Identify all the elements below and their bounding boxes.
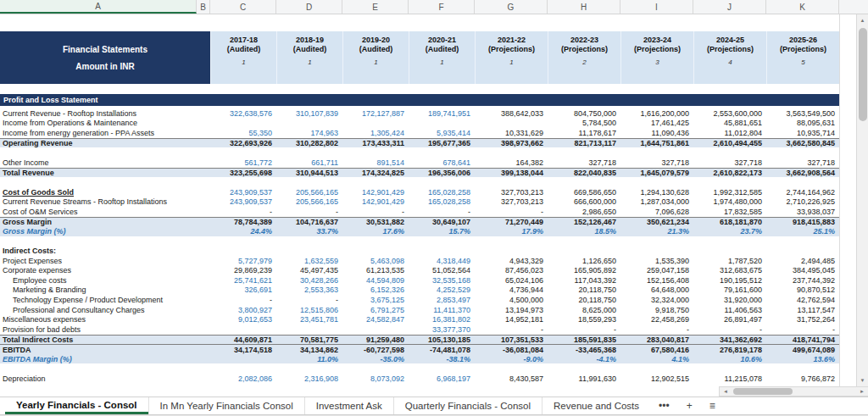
cell[interactable]: 499,674,089 xyxy=(766,346,839,354)
cell[interactable]: 2,316,908 xyxy=(276,374,342,383)
horizontal-scrollbar[interactable]: ◄ ► xyxy=(719,386,868,397)
cell[interactable]: 2,744,164,962 xyxy=(766,188,839,197)
cell[interactable]: 205,566,165 xyxy=(276,197,342,206)
cell[interactable]: 24,582,847 xyxy=(342,315,409,324)
cell[interactable]: 6,152,326 xyxy=(342,286,409,294)
cell[interactable]: 142,901,429 xyxy=(342,197,409,206)
cell[interactable]: 6,791,275 xyxy=(342,306,409,314)
cell[interactable]: 1,294,130,628 xyxy=(620,188,693,197)
row-label-gross-margin[interactable]: Gross Margin xyxy=(0,218,210,226)
cell[interactable]: 88,095,631 xyxy=(766,119,839,127)
vertical-scrollbar[interactable]: ▲ ▼ xyxy=(856,14,868,386)
year-column-header[interactable]: 2020-21 (Audited)1 xyxy=(409,31,475,84)
cell[interactable]: -60,727,598 xyxy=(342,346,409,354)
cell[interactable]: 152,156,408 xyxy=(620,276,693,285)
cell[interactable]: 107,351,533 xyxy=(475,336,548,344)
horizontal-scroll-track[interactable] xyxy=(732,387,856,396)
sheet-tab-quarterly-financials-consol[interactable]: Quarterly Financials - Consol xyxy=(393,397,542,414)
cell[interactable]: 190,195,512 xyxy=(693,276,766,285)
cell[interactable]: 70,581,775 xyxy=(276,336,342,344)
column-header-J[interactable]: J xyxy=(693,0,766,14)
cell[interactable]: 1,616,200,000 xyxy=(620,109,693,118)
cell[interactable]: 3,800,927 xyxy=(210,306,276,314)
cell[interactable]: 20,118,750 xyxy=(548,296,620,304)
cell[interactable]: 327,718 xyxy=(766,158,839,167)
sheet-tab-revenue-and-costs[interactable]: Revenue and Costs xyxy=(542,397,650,414)
cell[interactable]: 310,944,513 xyxy=(276,169,342,177)
cell[interactable]: - xyxy=(766,325,839,334)
cell[interactable]: 2,853,497 xyxy=(409,296,475,304)
cell[interactable]: 13,194,973 xyxy=(475,306,548,314)
row-label-marketing-branding[interactable]: Marketing & Branding xyxy=(0,286,210,294)
row-label-corporate-expenses[interactable]: Corporate expenses xyxy=(0,266,210,275)
column-header-K[interactable]: K xyxy=(766,0,839,14)
cell[interactable]: 5,784,500 xyxy=(548,119,620,127)
cell[interactable]: 15.7% xyxy=(409,227,475,236)
scroll-left-icon[interactable]: ◄ xyxy=(720,387,732,396)
cell[interactable]: 104,716,637 xyxy=(276,218,342,226)
cell[interactable]: 4,252,529 xyxy=(409,286,475,294)
cell[interactable]: 13,117,547 xyxy=(766,306,839,314)
row-label-cost-of-goods-sold[interactable]: Cost of Goods Sold xyxy=(0,188,210,197)
year-column-header[interactable]: 2022-23 (Projections)2 xyxy=(548,31,620,84)
cell[interactable]: - xyxy=(409,208,475,216)
cell[interactable]: - xyxy=(620,325,693,334)
cell[interactable]: 237,744,392 xyxy=(766,276,839,285)
scroll-down-icon[interactable]: ▼ xyxy=(857,374,868,386)
cell[interactable]: 2,986,650 xyxy=(548,208,620,216)
cell[interactable]: 821,713,117 xyxy=(548,139,620,147)
cell[interactable]: 174,324,825 xyxy=(342,169,409,177)
cell[interactable]: 11,991,630 xyxy=(548,374,620,383)
cell[interactable]: 327,703,213 xyxy=(475,197,548,206)
cell[interactable]: 11,178,617 xyxy=(548,129,620,137)
cell[interactable]: 678,641 xyxy=(409,158,475,167)
cell[interactable]: -38.1% xyxy=(409,355,475,363)
cell[interactable]: 30,531,882 xyxy=(342,218,409,226)
cell[interactable]: 165,028,258 xyxy=(409,197,475,206)
cell[interactable]: 4,736,944 xyxy=(475,286,548,294)
cell[interactable]: 34,134,862 xyxy=(276,346,342,354)
cell[interactable]: 8,073,092 xyxy=(342,374,409,383)
cell[interactable]: 22,458,269 xyxy=(620,315,693,324)
cell[interactable]: 4.1% xyxy=(620,355,693,363)
cell[interactable]: 2,710,226,925 xyxy=(766,197,839,206)
cell[interactable]: 5,727,979 xyxy=(210,257,276,265)
cell[interactable]: 398,973,662 xyxy=(475,139,548,147)
cell[interactable]: 45,497,435 xyxy=(276,266,342,275)
cell[interactable]: 2,610,494,455 xyxy=(693,139,766,147)
cell[interactable]: 30,428,266 xyxy=(276,276,342,285)
cell[interactable]: - xyxy=(342,208,409,216)
cell[interactable]: 1,644,751,861 xyxy=(620,139,693,147)
cell[interactable]: 1,974,480,000 xyxy=(693,197,766,206)
cell[interactable]: 71,270,449 xyxy=(475,218,548,226)
cell[interactable]: 11.0% xyxy=(276,355,342,363)
cell[interactable]: 327,703,213 xyxy=(475,188,548,197)
cell[interactable]: 164,382 xyxy=(475,158,548,167)
year-column-header[interactable]: 2017-18 (Audited)1 xyxy=(210,31,276,84)
cell[interactable]: 17,461,425 xyxy=(620,119,693,127)
cell[interactable]: 259,047,158 xyxy=(620,266,693,275)
cell[interactable]: 3,662,580,845 xyxy=(766,139,839,147)
cell[interactable]: 1,126,650 xyxy=(548,257,620,265)
row-label-professional-and-consultancy-charges[interactable]: Professional and Consultancy Charges xyxy=(0,306,210,314)
cell[interactable]: 327,718 xyxy=(693,158,766,167)
cell[interactable]: 8,625,000 xyxy=(548,306,620,314)
cell[interactable]: 276,819,178 xyxy=(693,346,766,354)
cell[interactable]: 33,938,037 xyxy=(766,208,839,216)
row-label-project-expenses[interactable]: Project Expenses xyxy=(0,257,210,265)
cell[interactable]: 822,040,835 xyxy=(548,169,620,177)
cell[interactable]: - xyxy=(276,208,342,216)
cell[interactable]: 152,126,467 xyxy=(548,218,620,226)
cell[interactable]: 9,766,872 xyxy=(766,374,839,383)
cell[interactable]: 561,772 xyxy=(210,158,276,167)
cell[interactable]: 26,891,497 xyxy=(693,315,766,324)
cell[interactable]: 20,118,750 xyxy=(548,286,620,294)
year-column-header[interactable]: 2024-25 (Projections)4 xyxy=(693,31,766,84)
cell[interactable]: -74,481,078 xyxy=(409,346,475,354)
cell[interactable]: 205,566,165 xyxy=(276,188,342,197)
cell[interactable]: 195,677,365 xyxy=(409,139,475,147)
cell[interactable]: - xyxy=(475,208,548,216)
cell[interactable]: 326,691 xyxy=(210,286,276,294)
cell[interactable]: -4.1% xyxy=(548,355,620,363)
cell[interactable]: 44,594,809 xyxy=(342,276,409,285)
